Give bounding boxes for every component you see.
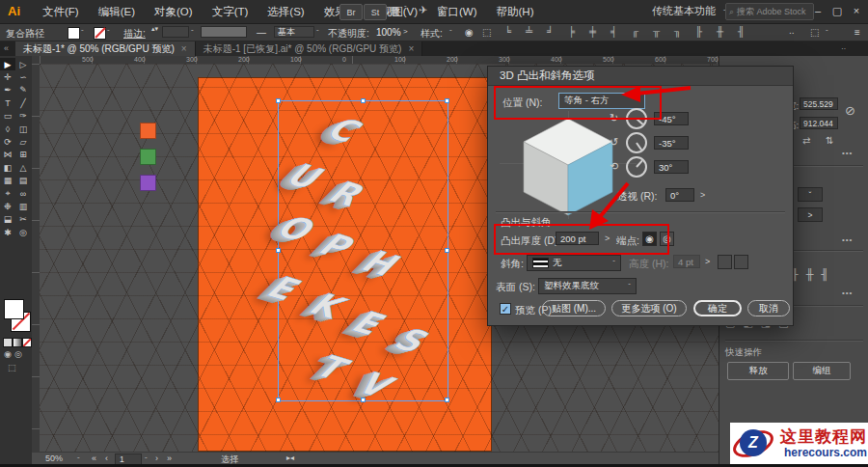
draw-normal-icon[interactable]: ◉	[4, 349, 12, 359]
share-icon[interactable]: ✈	[419, 4, 427, 16]
gradient-mode-button[interactable]	[13, 338, 22, 347]
stroke-weight-label[interactable]: 描边:	[123, 27, 146, 41]
rotate-y-field[interactable]: -35°	[654, 136, 689, 150]
transform-caret-icon[interactable]: ˇ	[826, 28, 828, 37]
menu-item[interactable]: 窗口(W)	[427, 5, 487, 19]
opacity-value[interactable]: 100%	[376, 27, 401, 38]
selection-bounding-box[interactable]	[278, 100, 448, 401]
color-mode-button[interactable]	[3, 338, 13, 347]
draw-behind-icon[interactable]: ◎	[14, 349, 22, 359]
transform-icon[interactable]: ⬚	[810, 27, 819, 38]
appearance-dropdown[interactable]: ˇ	[798, 187, 823, 202]
selection-handle[interactable]	[361, 398, 366, 402]
curvature-tool[interactable]: ✎	[15, 84, 31, 96]
shaper-tool[interactable]: ◊	[0, 123, 15, 135]
selection-handle[interactable]	[276, 398, 281, 402]
lasso-tool[interactable]: ∽	[15, 70, 31, 83]
menu-item[interactable]: 对象(O)	[145, 5, 203, 19]
last-artboard-icon[interactable]: »	[167, 453, 172, 463]
mesh-tool[interactable]: ▦	[0, 175, 15, 187]
eyedropper-tool[interactable]: ⌖	[0, 187, 15, 200]
recolor-icon[interactable]: ◉	[465, 27, 474, 38]
maximize-button[interactable]: ▢	[827, 0, 847, 21]
shape-builder-tool[interactable]: ◧	[0, 161, 15, 174]
line-segment-tool[interactable]: ╱	[15, 96, 31, 109]
transform-more-icon[interactable]: •••	[842, 149, 853, 157]
document-tab[interactable]: 未标题-1 [已恢复].ai* @ 50% (RGB/GPU 预览)×	[196, 41, 423, 56]
stroke-weight-field[interactable]	[162, 26, 189, 38]
workspace-switcher[interactable]: 传统基本功能 ˇ	[652, 4, 726, 18]
fill-swatch[interactable]	[68, 27, 80, 40]
menu-item[interactable]: 帮助(H)	[487, 5, 544, 19]
bridge-badge[interactable]: Br	[339, 4, 363, 20]
map-art-button[interactable]: 贴图 (M)...	[542, 300, 606, 316]
artboard-caret-icon[interactable]: ˇ	[145, 455, 148, 464]
release-button[interactable]: 释放	[727, 362, 789, 380]
column-graph-tool[interactable]: ▥	[15, 200, 31, 212]
eraser-tool[interactable]: ◫	[15, 123, 31, 135]
align-icon[interactable]: ╞	[565, 26, 578, 37]
preview-checkbox[interactable]: ✓	[500, 303, 511, 315]
selection-handle[interactable]	[445, 248, 449, 253]
extrude-depth-field[interactable]: 200 pt	[556, 232, 599, 245]
blend-tool[interactable]: ∞	[15, 187, 31, 200]
width-tool[interactable]: ⋈	[0, 149, 15, 161]
preview-cube[interactable]	[515, 115, 621, 217]
zoom-tool[interactable]: ◎	[15, 226, 31, 238]
collapse-tabs-icon[interactable]: «	[4, 43, 9, 53]
minimize-button[interactable]: –	[808, 0, 827, 21]
align-icon[interactable]: ╫	[806, 268, 814, 280]
flip-vertical-icon[interactable]: ⇅	[826, 135, 833, 146]
group-button[interactable]: 编组	[793, 362, 851, 380]
type-tool[interactable]: T	[0, 96, 15, 109]
next-artboard-icon[interactable]: ›	[155, 453, 158, 463]
stroke-stepper[interactable]: ▴▾	[151, 25, 158, 33]
artboard-tool[interactable]: ⬓	[0, 213, 15, 226]
stroke-swatch[interactable]	[94, 27, 106, 40]
cap-off-button[interactable]: ◎	[660, 232, 674, 246]
rotate-z-field[interactable]: 30°	[654, 160, 689, 174]
extrude-depth-chevron-icon[interactable]: >	[605, 234, 610, 243]
stock-search-input[interactable]: ⌕ 搜索 Adobe Stock	[725, 3, 814, 20]
more-options-button[interactable]: 更多选项 (O)	[611, 300, 687, 316]
zoom-level[interactable]: 50%	[45, 453, 63, 463]
menu-item[interactable]: 选择(S)	[258, 5, 313, 19]
screen-mode-icon[interactable]: ⬚	[8, 363, 16, 372]
symbol-sprayer-tool[interactable]: ❉	[0, 200, 15, 212]
rectangle-tool[interactable]: ▭	[0, 110, 15, 123]
perspective-field[interactable]: 0°	[665, 188, 694, 202]
none-mode-button[interactable]	[22, 338, 32, 347]
align-icon[interactable]: ╥	[650, 26, 663, 37]
align-icon[interactable]: ╧	[523, 26, 535, 37]
rotate-y-dial[interactable]	[626, 132, 647, 153]
selection-handle[interactable]	[276, 248, 281, 253]
tab-close-icon[interactable]: ×	[408, 43, 414, 54]
height-field[interactable]: 912.044	[800, 117, 838, 129]
align-icon[interactable]: ╖	[671, 26, 684, 37]
rotate-x-dial[interactable]	[626, 108, 647, 129]
gradient-tool[interactable]: ▤	[15, 175, 31, 187]
selection-handle[interactable]	[445, 398, 449, 402]
rotate-z-dial[interactable]	[626, 156, 647, 178]
brush-definition-field[interactable]	[201, 26, 247, 38]
fill-color-swatch[interactable]	[4, 299, 24, 319]
grid-select-icon[interactable]: ⬚	[482, 27, 491, 38]
flip-horizontal-icon[interactable]: ⇄	[802, 135, 810, 146]
selection-handle[interactable]	[445, 98, 449, 103]
stock-badge[interactable]: St	[364, 4, 387, 20]
position-select[interactable]: 等角 - 右方 ˇ	[558, 93, 645, 109]
fill-caret-icon[interactable]: ˇ	[81, 28, 84, 37]
stroke-style-caret-icon[interactable]: ˇ	[316, 28, 319, 37]
dialog-title[interactable]: 3D 凸出和斜角选项	[488, 67, 793, 86]
prev-artboard-icon[interactable]: ‹	[105, 453, 108, 463]
direct-selection-tool[interactable]: ▷	[15, 58, 31, 70]
effects-chevron[interactable]: >	[798, 207, 823, 222]
align-icon[interactable]: ╪	[586, 26, 599, 37]
3d-extrude-bevel-dialog[interactable]: 3D 凸出和斜角选项 位置 (N): 等角 - 右方 ˇ ↻ -45° ↺ -3…	[487, 66, 794, 326]
opacity-chevron-icon[interactable]: >	[403, 27, 408, 36]
selection-tool[interactable]: ▶	[0, 58, 15, 70]
stroke-weight-caret-icon[interactable]: ˇ	[191, 28, 194, 37]
panel-menu-icon[interactable]: ≡	[854, 27, 860, 38]
stroke-style-select[interactable]: 基本	[274, 26, 314, 38]
arrange-documents-icon[interactable]: ▦	[390, 4, 399, 16]
